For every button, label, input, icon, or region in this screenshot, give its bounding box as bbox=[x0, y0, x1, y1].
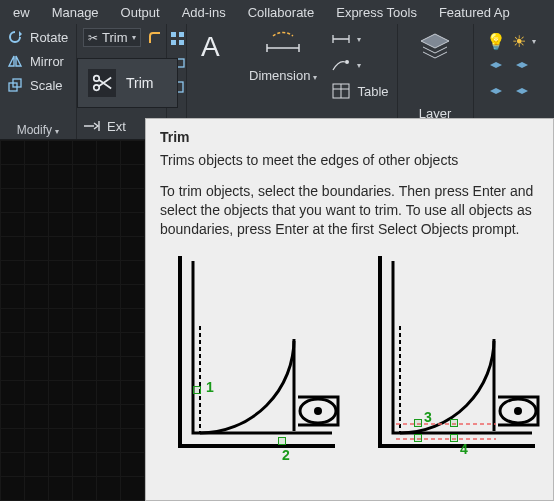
chevron-down-icon[interactable]: ▾ bbox=[55, 127, 59, 136]
scale-icon bbox=[6, 76, 24, 94]
scissors-icon bbox=[88, 69, 116, 97]
layers-icon bbox=[417, 28, 453, 64]
diagram-before: 1 2 bbox=[160, 251, 340, 461]
mirror-icon bbox=[6, 52, 24, 70]
linear-dim-icon bbox=[331, 30, 351, 48]
tooltip-title: Trim bbox=[160, 129, 539, 145]
menu-featured-apps[interactable]: Featured Ap bbox=[428, 5, 521, 20]
diagram-after: 3 4 bbox=[360, 251, 540, 461]
trim-split-button[interactable]: ✂ Trim ▾ bbox=[83, 28, 160, 47]
mirror-button[interactable]: Mirror bbox=[6, 52, 70, 70]
svg-rect-3 bbox=[179, 32, 184, 37]
dimension-icon bbox=[263, 28, 303, 64]
trim-flyout-label: Trim bbox=[126, 75, 153, 91]
svg-rect-5 bbox=[179, 40, 184, 45]
panel-title-modify: Modify ▾ bbox=[6, 121, 70, 137]
svg-point-14 bbox=[314, 407, 322, 415]
layer-swatch-icon[interactable] bbox=[486, 85, 506, 103]
drawing-canvas[interactable]: for (let i=0;i<20;i++){document.write('<… bbox=[0, 140, 145, 501]
rotate-button[interactable]: Rotate bbox=[6, 28, 70, 46]
lightbulb-on-icon[interactable]: 💡 bbox=[486, 32, 506, 51]
svg-point-16 bbox=[514, 407, 522, 415]
tooltip-summary: Trims objects to meet the edges of other… bbox=[160, 151, 539, 170]
text-icon: A bbox=[195, 28, 231, 64]
extend-icon bbox=[83, 117, 101, 135]
panel-modify-left: Rotate Mirror Scale Modify ▾ bbox=[0, 24, 77, 139]
leader-icon bbox=[331, 56, 351, 74]
trim-tooltip: Trim Trims objects to meet the edges of … bbox=[145, 118, 554, 501]
svg-text:A: A bbox=[201, 31, 220, 62]
menu-view[interactable]: ew bbox=[2, 5, 41, 20]
menu-collaborate[interactable]: Collaborate bbox=[237, 5, 326, 20]
svg-rect-2 bbox=[171, 32, 176, 37]
menubar: ew Manage Output Add-ins Collaborate Exp… bbox=[0, 0, 554, 24]
trim-flyout[interactable]: Trim bbox=[77, 58, 178, 108]
menu-addins[interactable]: Add-ins bbox=[171, 5, 237, 20]
menu-manage[interactable]: Manage bbox=[41, 5, 110, 20]
scissors-icon: ✂ bbox=[88, 31, 98, 45]
rotate-icon bbox=[6, 28, 24, 46]
chevron-down-icon[interactable]: ▾ bbox=[132, 33, 136, 42]
array-icon[interactable] bbox=[169, 30, 187, 48]
mirror-label: Mirror bbox=[30, 54, 64, 69]
table-icon bbox=[331, 82, 351, 100]
menu-express-tools[interactable]: Express Tools bbox=[325, 5, 428, 20]
layer-swatch-icon[interactable] bbox=[512, 85, 532, 103]
scale-label: Scale bbox=[30, 78, 63, 93]
menu-output[interactable]: Output bbox=[110, 5, 171, 20]
sun-icon[interactable]: ☀ bbox=[512, 32, 526, 51]
svg-rect-4 bbox=[171, 40, 176, 45]
scale-button[interactable]: Scale bbox=[6, 76, 70, 94]
tooltip-diagrams: 1 2 3 4 bbox=[160, 251, 539, 461]
fillet-icon[interactable] bbox=[147, 29, 163, 47]
tooltip-body: To trim objects, select the boundaries. … bbox=[160, 182, 539, 239]
leader-button[interactable]: ▾ bbox=[331, 56, 388, 74]
rotate-label: Rotate bbox=[30, 30, 68, 45]
table-button[interactable]: Table bbox=[331, 82, 388, 100]
linear-dim-button[interactable]: ▾ bbox=[331, 30, 388, 48]
layer-swatch-icon[interactable] bbox=[486, 59, 506, 77]
layer-swatch-icon[interactable] bbox=[512, 59, 532, 77]
svg-point-9 bbox=[345, 60, 349, 64]
